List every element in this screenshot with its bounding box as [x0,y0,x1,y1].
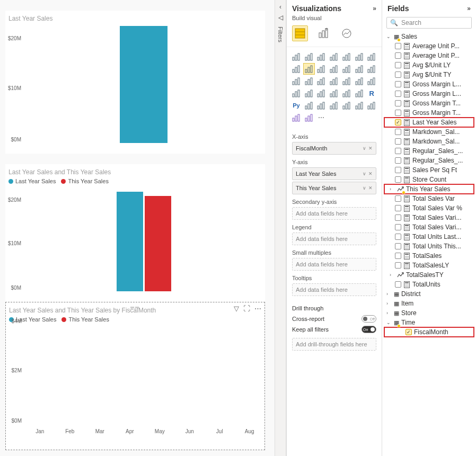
field-checkbox[interactable]: ✓ [406,329,412,335]
report-canvas[interactable]: Last Year Sales $0M $10M $20M Last Year … [0,0,275,456]
field-checkbox[interactable] [395,281,401,288]
viz-type-r-visual[interactable]: R [366,88,377,99]
field-checkbox[interactable] [395,214,401,221]
field-item[interactable]: Sales Per Sq Ft [384,165,474,175]
chart-last-year-sales[interactable]: Last Year Sales $0M $10M $20M [5,11,265,154]
viz-type-waterfall[interactable] [354,64,365,74]
tab-analytics[interactable] [339,25,355,41]
field-checkbox[interactable] [395,110,401,116]
field-item[interactable]: Markdown_Sal... [384,137,474,146]
field-checkbox[interactable] [395,205,401,211]
field-item[interactable]: Total Sales Vari... [384,222,474,232]
field-checkbox[interactable] [395,224,401,230]
field-item[interactable]: Store Count [384,175,474,184]
field-item[interactable]: Total Sales Var [384,194,474,203]
field-item[interactable]: Total Units Last... [384,232,474,242]
tab-build[interactable] [292,25,308,41]
field-item[interactable]: ✓FiscalMonth [384,327,474,337]
field-item[interactable]: TotalSales [384,251,474,261]
viz-type-area[interactable] [291,64,302,74]
viz-type-map[interactable] [341,76,352,86]
remove-icon[interactable]: ✕ [368,185,373,191]
field-item[interactable]: ✓Last Year Sales [384,118,474,127]
field-item[interactable]: Average Unit P... [384,51,474,60]
viz-type-multi-card[interactable] [304,88,314,99]
viz-type-treemap[interactable] [329,76,339,86]
viz-type-stacked-area[interactable] [304,64,314,74]
field-checkbox[interactable] [395,129,401,135]
field-checkbox[interactable] [395,62,401,68]
viz-type-paginated[interactable] [354,100,365,111]
viz-type-ribbon[interactable] [341,64,352,74]
well-yaxis-item[interactable]: Last Year Sales∨✕ [292,167,376,180]
cross-report-toggle[interactable]: Off [362,315,376,323]
viz-type-kpi[interactable] [316,88,327,99]
viz-type-line-column[interactable] [316,64,327,74]
field-checkbox[interactable] [395,243,401,249]
bar-this-year[interactable] [145,196,171,291]
table-store[interactable]: ›▦Store [384,308,474,318]
chevron-down-icon[interactable]: ∨ [363,146,366,151]
field-checkbox[interactable] [395,100,401,106]
field-checkbox[interactable] [395,262,401,269]
viz-type-100-bar[interactable] [341,51,352,62]
viz-type-stacked-column[interactable] [316,51,327,62]
viz-type-table[interactable] [341,88,352,99]
viz-type-decomp[interactable] [316,100,327,111]
focus-mode-icon[interactable]: ⛶ [243,305,250,312]
field-item[interactable]: Regular_Sales_... [384,146,474,156]
field-checkbox[interactable] [395,138,401,145]
field-checkbox[interactable] [395,148,401,154]
field-item[interactable]: Total Sales Vari... [384,213,474,222]
well-xaxis-item[interactable]: FiscalMonth∨✕ [292,142,376,155]
field-checkbox[interactable] [395,176,401,183]
table-item[interactable]: ›▦Item [384,299,474,308]
legend-item[interactable]: This Year Sales [61,178,108,184]
well-secondary-placeholder[interactable]: Add data fields here [292,207,376,220]
field-item[interactable]: Total Sales Var % [384,203,474,213]
field-checkbox[interactable] [395,157,401,164]
field-item[interactable]: ›TotalSalesTY [384,270,474,280]
well-small-placeholder[interactable]: Add data fields here [292,258,376,271]
collapse-icon[interactable]: » [467,5,471,12]
fields-search[interactable]: 🔍 Search [386,17,472,29]
drill-placeholder[interactable]: Add drill-through fields here [292,338,376,351]
field-checkbox[interactable] [395,43,401,49]
viz-type-line-column2[interactable] [329,64,339,74]
viz-type-gauge[interactable] [366,76,377,86]
field-checkbox[interactable] [395,195,401,202]
viz-type-donut[interactable] [316,76,327,86]
viz-type-narrative[interactable] [341,100,352,111]
field-item[interactable]: Total Units This... [384,242,474,251]
filters-pane-collapsed[interactable]: ‹ ◁ Filters [275,0,286,456]
viz-type-filled-map[interactable] [354,76,365,86]
viz-type-card[interactable] [291,88,302,99]
field-checkbox[interactable] [395,234,401,240]
viz-type-matrix[interactable] [354,88,365,99]
field-item[interactable]: Avg $/Unit LY [384,60,474,70]
field-checkbox[interactable] [395,91,401,97]
field-checkbox[interactable] [395,167,401,173]
legend-item[interactable]: This Year Sales [61,316,109,323]
table-sales[interactable]: ⌄▦Sales [384,32,474,41]
expand-left-icon[interactable]: ‹ [279,3,281,11]
drag-handle-icon[interactable]: ══ [130,305,140,310]
viz-type-100-column[interactable] [354,51,365,62]
viz-type-clustered-column[interactable] [329,51,339,62]
viz-type-py[interactable]: Py [291,100,302,111]
field-checkbox[interactable] [395,71,401,78]
filter-icon[interactable]: ▽ [234,305,239,312]
table-district[interactable]: ›▦District [384,289,474,299]
well-tooltips-placeholder[interactable]: Add data fields here [292,283,376,296]
more-options-icon[interactable]: ⋯ [254,305,261,312]
viz-type-power-automate[interactable] [291,112,302,123]
field-checkbox[interactable] [395,52,401,59]
bar-last-year[interactable] [117,192,143,291]
viz-type-scatter[interactable] [291,76,302,86]
collapse-icon[interactable]: » [373,5,376,12]
field-item[interactable]: Gross Margin T... [384,99,474,108]
field-item[interactable]: TotalUnits [384,280,474,289]
chart-ly-ty[interactable]: Last Year Sales and This Year Sales Last… [5,164,265,302]
viz-type-pie[interactable] [304,76,314,86]
field-item[interactable]: ›This Year Sales [384,184,474,194]
